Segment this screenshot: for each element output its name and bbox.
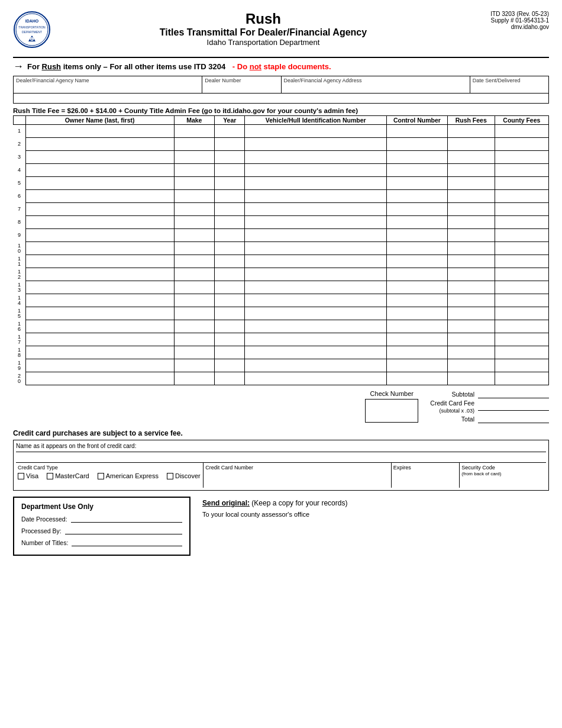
owner-name-cell[interactable] <box>25 268 174 281</box>
owner-name-cell[interactable] <box>25 281 174 294</box>
vin-cell[interactable] <box>245 372 387 385</box>
year-cell[interactable] <box>215 372 245 385</box>
dealer-name-value[interactable] <box>16 83 199 92</box>
vin-cell[interactable] <box>245 320 387 333</box>
control-number-cell[interactable] <box>387 320 448 333</box>
county-fees-cell[interactable] <box>495 242 548 255</box>
vin-cell[interactable] <box>245 125 387 138</box>
county-fees-cell[interactable] <box>495 229 548 242</box>
control-number-cell[interactable] <box>387 203 448 216</box>
vin-cell[interactable] <box>245 138 387 151</box>
owner-name-cell[interactable] <box>25 320 174 333</box>
county-fees-cell[interactable] <box>495 190 548 203</box>
year-cell[interactable] <box>215 138 245 151</box>
year-cell[interactable] <box>215 203 245 216</box>
rush-fees-cell[interactable] <box>447 190 495 203</box>
year-cell[interactable] <box>215 229 245 242</box>
credit-security-field[interactable] <box>461 478 544 486</box>
county-fees-cell[interactable] <box>495 281 548 294</box>
control-number-cell[interactable] <box>387 359 448 372</box>
rush-fees-cell[interactable] <box>447 372 495 385</box>
rush-fees-cell[interactable] <box>447 177 495 190</box>
year-cell[interactable] <box>215 242 245 255</box>
mastercard-option[interactable]: MasterCard <box>47 472 89 479</box>
control-number-cell[interactable] <box>387 216 448 229</box>
rush-fees-cell[interactable] <box>447 320 495 333</box>
rush-fees-cell[interactable] <box>447 359 495 372</box>
make-cell[interactable] <box>174 333 214 346</box>
amex-option[interactable]: American Express <box>98 472 159 479</box>
owner-name-cell[interactable] <box>25 294 174 307</box>
make-cell[interactable] <box>174 203 214 216</box>
date-sent-value[interactable] <box>473 83 546 92</box>
year-cell[interactable] <box>215 164 245 177</box>
date-processed-field[interactable] <box>71 514 182 523</box>
control-number-cell[interactable] <box>387 125 448 138</box>
rush-fees-cell[interactable] <box>447 307 495 320</box>
vin-cell[interactable] <box>245 255 387 268</box>
year-cell[interactable] <box>215 190 245 203</box>
vin-cell[interactable] <box>245 268 387 281</box>
make-cell[interactable] <box>174 372 214 385</box>
control-number-cell[interactable] <box>387 346 448 359</box>
make-cell[interactable] <box>174 346 214 359</box>
owner-name-cell[interactable] <box>25 164 174 177</box>
county-fees-cell[interactable] <box>495 255 548 268</box>
credit-fee-field[interactable] <box>478 402 549 411</box>
county-fees-cell[interactable] <box>495 138 548 151</box>
owner-name-cell[interactable] <box>25 229 174 242</box>
owner-name-cell[interactable] <box>25 151 174 164</box>
credit-expires-field[interactable] <box>393 472 458 482</box>
processed-by-field[interactable] <box>65 526 182 534</box>
discover-option[interactable]: Discover <box>167 472 201 479</box>
owner-name-cell[interactable] <box>25 216 174 229</box>
vin-cell[interactable] <box>245 242 387 255</box>
vin-cell[interactable] <box>245 151 387 164</box>
make-cell[interactable] <box>174 177 214 190</box>
make-cell[interactable] <box>174 242 214 255</box>
control-number-cell[interactable] <box>387 255 448 268</box>
year-cell[interactable] <box>215 346 245 359</box>
county-fees-cell[interactable] <box>495 294 548 307</box>
control-number-cell[interactable] <box>387 151 448 164</box>
rush-fees-cell[interactable] <box>447 125 495 138</box>
county-fees-cell[interactable] <box>495 333 548 346</box>
county-fees-cell[interactable] <box>495 164 548 177</box>
control-number-cell[interactable] <box>387 307 448 320</box>
vin-cell[interactable] <box>245 216 387 229</box>
make-cell[interactable] <box>174 294 214 307</box>
make-cell[interactable] <box>174 307 214 320</box>
visa-checkbox[interactable] <box>18 473 24 479</box>
county-fees-cell[interactable] <box>495 216 548 229</box>
control-number-cell[interactable] <box>387 164 448 177</box>
owner-name-cell[interactable] <box>25 359 174 372</box>
control-number-cell[interactable] <box>387 294 448 307</box>
control-number-cell[interactable] <box>387 242 448 255</box>
vin-cell[interactable] <box>245 164 387 177</box>
rush-fees-cell[interactable] <box>447 216 495 229</box>
make-cell[interactable] <box>174 138 214 151</box>
year-cell[interactable] <box>215 125 245 138</box>
rush-fees-cell[interactable] <box>447 294 495 307</box>
owner-name-cell[interactable] <box>25 177 174 190</box>
county-fees-cell[interactable] <box>495 177 548 190</box>
county-fees-cell[interactable] <box>495 125 548 138</box>
county-fees-cell[interactable] <box>495 203 548 216</box>
vin-cell[interactable] <box>245 177 387 190</box>
vin-cell[interactable] <box>245 294 387 307</box>
vin-cell[interactable] <box>245 333 387 346</box>
control-number-cell[interactable] <box>387 138 448 151</box>
year-cell[interactable] <box>215 177 245 190</box>
control-number-cell[interactable] <box>387 177 448 190</box>
rush-fees-cell[interactable] <box>447 281 495 294</box>
year-cell[interactable] <box>215 333 245 346</box>
county-fees-cell[interactable] <box>495 268 548 281</box>
owner-name-cell[interactable] <box>25 125 174 138</box>
vin-cell[interactable] <box>245 359 387 372</box>
control-number-cell[interactable] <box>387 190 448 203</box>
make-cell[interactable] <box>174 216 214 229</box>
owner-name-cell[interactable] <box>25 203 174 216</box>
make-cell[interactable] <box>174 125 214 138</box>
rush-fees-cell[interactable] <box>447 138 495 151</box>
year-cell[interactable] <box>215 255 245 268</box>
